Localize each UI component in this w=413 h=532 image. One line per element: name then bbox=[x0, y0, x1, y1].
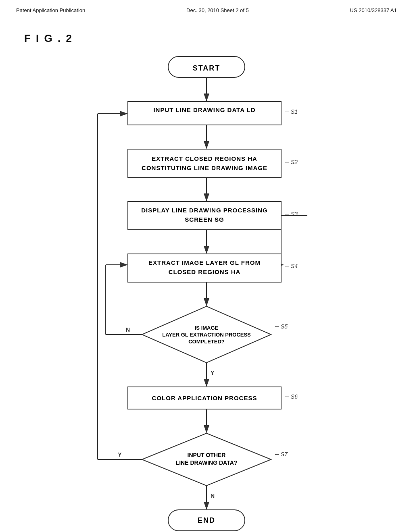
svg-text:─ S6: ─ S6 bbox=[285, 393, 298, 400]
svg-text:─ S4: ─ S4 bbox=[285, 263, 298, 269]
svg-text:EXTRACT CLOSED REGIONS HA: EXTRACT CLOSED REGIONS HA bbox=[152, 155, 257, 162]
svg-text:END: END bbox=[198, 516, 215, 524]
page-header: Patent Application Publication Dec. 30, … bbox=[0, 0, 413, 17]
svg-text:─ S1: ─ S1 bbox=[285, 108, 298, 115]
svg-text:EXTRACT IMAGE LAYER GL FROM: EXTRACT IMAGE LAYER GL FROM bbox=[148, 259, 261, 266]
svg-text:Y: Y bbox=[118, 451, 122, 458]
header-right: US 2010/328337 A1 bbox=[350, 7, 397, 13]
svg-text:Y: Y bbox=[211, 370, 215, 376]
svg-text:IS IMAGE: IS IMAGE bbox=[195, 325, 219, 331]
svg-text:─ S5: ─ S5 bbox=[275, 323, 288, 330]
svg-text:─ S3: ─ S3 bbox=[285, 211, 298, 217]
svg-text:INPUT LINE DRAWING DATA LD: INPUT LINE DRAWING DATA LD bbox=[153, 106, 255, 113]
svg-rect-4 bbox=[128, 102, 281, 125]
svg-text:LINE DRAWING DATA?: LINE DRAWING DATA? bbox=[176, 459, 238, 466]
svg-text:CONSTITUTING LINE DRAWING IMAG: CONSTITUTING LINE DRAWING IMAGE bbox=[142, 164, 267, 171]
svg-text:COLOR APPLICATION PROCESS: COLOR APPLICATION PROCESS bbox=[152, 395, 257, 401]
svg-text:CLOSED REGIONS HA: CLOSED REGIONS HA bbox=[169, 268, 241, 275]
svg-text:─ S7: ─ S7 bbox=[275, 451, 288, 457]
svg-rect-8 bbox=[128, 149, 281, 177]
header-left: Patent Application Publication bbox=[16, 7, 85, 13]
flowchart-diagram: START INPUT LINE DRAWING DATA LD ─ S1 EX… bbox=[65, 52, 348, 512]
svg-text:START: START bbox=[193, 64, 221, 72]
svg-text:N: N bbox=[126, 326, 130, 333]
header-center: Dec. 30, 2010 Sheet 2 of 5 bbox=[186, 7, 249, 13]
figure-label: F I G . 2 bbox=[24, 32, 73, 45]
svg-text:─ S2: ─ S2 bbox=[285, 159, 298, 165]
svg-text:N: N bbox=[211, 493, 215, 499]
svg-text:DISPLAY LINE DRAWING PROCESSIN: DISPLAY LINE DRAWING PROCESSING bbox=[141, 207, 268, 214]
svg-text:COMPLETED?: COMPLETED? bbox=[188, 339, 225, 345]
svg-text:INPUT OTHER: INPUT OTHER bbox=[188, 452, 226, 458]
page: Patent Application Publication Dec. 30, … bbox=[0, 0, 413, 532]
svg-text:LAYER GL EXTRACTION PROCESS: LAYER GL EXTRACTION PROCESS bbox=[162, 332, 251, 338]
svg-text:SCREEN SG: SCREEN SG bbox=[185, 216, 224, 223]
